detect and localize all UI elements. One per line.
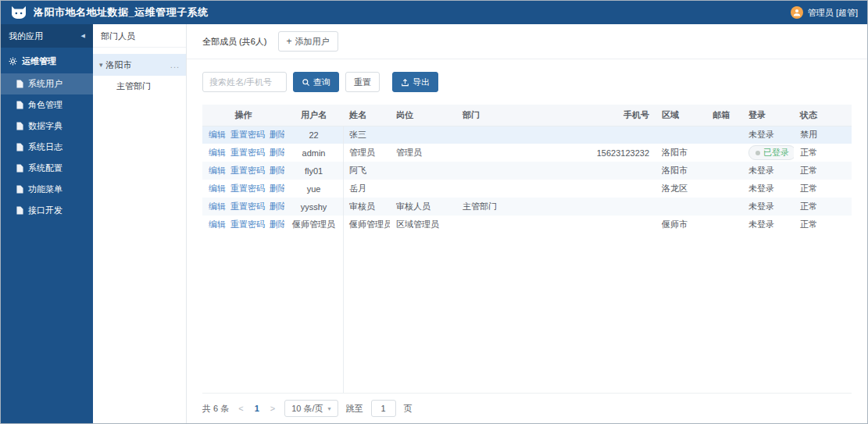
delete-action-link[interactable]: 删除 [270, 166, 284, 175]
department-cell [456, 144, 577, 162]
username-cell: yue [284, 180, 343, 198]
search-input[interactable] [202, 72, 287, 92]
row-actions-cell: 编辑重置密码删除 [202, 198, 284, 216]
reset-password-action-link[interactable]: 重置密码 [230, 183, 265, 193]
document-icon [16, 101, 23, 109]
row-actions-cell: 编辑重置密码删除 [202, 126, 284, 144]
sidebar-menu: 系统用户角色管理数据字典系统日志系统配置功能菜单接口开发 [1, 73, 93, 221]
reset-password-action-link[interactable]: 重置密码 [230, 201, 265, 211]
sidebar-section-ops-management[interactable]: 运维管理 [1, 48, 93, 73]
delete-action-link[interactable]: 删除 [270, 201, 284, 211]
email-cell [706, 216, 742, 233]
edit-action-link[interactable]: 编辑 [209, 183, 226, 193]
page-title: 洛阳市地名地址数据_运维管理子系统 [34, 5, 209, 20]
username-cell: 偃师管理员 [284, 216, 343, 233]
logged-in-badge: 已登录 [748, 145, 794, 160]
app-window: 洛阳市地名地址数据_运维管理子系统 管理员 [超管] 我的应用 ◀ [0, 0, 868, 424]
page-size-value: 10 条/页 [291, 403, 323, 415]
document-icon [16, 206, 23, 215]
next-page-button[interactable]: > [269, 404, 277, 413]
row-actions-cell: 编辑重置密码删除 [202, 144, 284, 162]
email-cell [706, 162, 742, 180]
jump-to-label: 跳至 [346, 403, 363, 415]
tree-node-label: 洛阳市 [106, 59, 132, 71]
sidebar-item-function-menu[interactable]: 功能菜单 [1, 179, 93, 200]
sidebar-section-label: 运维管理 [22, 55, 56, 67]
name-cell: 管理员 [343, 144, 390, 162]
user-name-label: 管理员 [超管] [808, 7, 858, 19]
position-cell [390, 162, 456, 180]
total-count-label: 共 6 条 [202, 403, 229, 415]
page-size-select[interactable]: 10 条/页 ▾ [284, 400, 338, 417]
phone-cell [577, 198, 655, 216]
reset-password-action-link[interactable]: 重置密码 [230, 219, 265, 229]
query-button[interactable]: 查询 [293, 72, 339, 92]
column-header: 部门 [456, 105, 577, 126]
region-cell [655, 198, 706, 216]
region-cell [655, 126, 706, 144]
export-button[interactable]: 导出 [392, 72, 438, 92]
status-dot-icon [755, 151, 760, 155]
reset-button-label: 重置 [354, 77, 371, 88]
add-user-button[interactable]: + 添加用户 [278, 31, 338, 52]
delete-action-link[interactable]: 删除 [270, 130, 284, 139]
delete-action-link[interactable]: 删除 [270, 183, 284, 193]
sidebar-item-data-dictionary[interactable]: 数据字典 [1, 116, 93, 137]
email-cell [706, 144, 742, 162]
phone-cell: 15623123232 [577, 144, 655, 162]
edit-action-link[interactable]: 编辑 [209, 130, 226, 139]
email-cell [706, 126, 742, 144]
chevron-down-icon: ▾ [328, 405, 331, 412]
sidebar-item-label: 系统配置 [28, 162, 63, 174]
delete-action-link[interactable]: 删除 [270, 219, 284, 229]
reset-button[interactable]: 重置 [345, 72, 380, 92]
current-page-number[interactable]: 1 [253, 404, 261, 413]
name-cell: 偃师管理员 [343, 216, 390, 233]
table-row: 编辑重置密码删除admin管理员管理员15623123232洛阳市已登录正常 [202, 144, 852, 162]
edit-action-link[interactable]: 编辑 [209, 201, 226, 211]
login-cell: 未登录 [742, 162, 794, 180]
tree-node-luoyang[interactable]: ▾ 洛阳市 ... [93, 54, 186, 76]
sidebar-item-label: 角色管理 [28, 99, 63, 111]
reset-password-action-link[interactable]: 重置密码 [230, 130, 265, 139]
caret-down-icon[interactable]: ▾ [99, 61, 103, 69]
edit-action-link[interactable]: 编辑 [209, 219, 226, 229]
sidebar-item-label: 接口开发 [28, 205, 63, 216]
edit-action-link[interactable]: 编辑 [209, 148, 226, 157]
search-toolbar: 查询 重置 导出 [202, 72, 852, 92]
position-cell: 区域管理员 [390, 216, 456, 233]
column-header: 岗位 [390, 105, 456, 126]
position-cell: 审核人员 [390, 198, 456, 216]
department-cell [456, 126, 577, 144]
email-cell [706, 198, 742, 216]
reset-password-action-link[interactable]: 重置密码 [230, 166, 265, 175]
prev-page-button[interactable]: < [237, 404, 245, 413]
delete-action-link[interactable]: 删除 [270, 148, 284, 157]
node-more-button[interactable]: ... [170, 60, 180, 69]
jump-page-input[interactable] [371, 400, 396, 417]
edit-action-link[interactable]: 编辑 [209, 166, 226, 175]
department-cell [456, 162, 577, 180]
name-cell: 审核员 [343, 198, 390, 216]
my-apps-toggle[interactable]: 我的应用 ◀ [1, 24, 93, 48]
collapse-left-icon[interactable]: ◀ [81, 33, 85, 39]
phone-cell [577, 216, 655, 233]
status-cell: 禁用 [794, 126, 852, 144]
sidebar-item-system-logs[interactable]: 系统日志 [1, 137, 93, 158]
column-header: 区域 [655, 105, 706, 126]
name-cell: 岳月 [343, 180, 390, 198]
fixed-column-divider [343, 126, 344, 393]
user-info[interactable]: 管理员 [超管] [791, 6, 858, 19]
sidebar-item-role-management[interactable]: 角色管理 [1, 94, 93, 116]
department-cell [456, 180, 577, 198]
pagination: 共 6 条 < 1 > 10 条/页 ▾ 跳至 页 [187, 394, 867, 423]
tree-node-label: 主管部门 [116, 81, 151, 91]
reset-password-action-link[interactable]: 重置密码 [230, 148, 265, 157]
tree-node-supervisor-dept[interactable]: 主管部门 [93, 76, 186, 96]
sidebar-item-system-config[interactable]: 系统配置 [1, 158, 93, 179]
sidebar-item-system-users[interactable]: 系统用户 [1, 73, 93, 94]
row-actions-cell: 编辑重置密码删除 [202, 180, 284, 198]
sidebar-item-api-development[interactable]: 接口开发 [1, 200, 93, 221]
brand: 洛阳市地名地址数据_运维管理子系统 [10, 5, 209, 20]
table-row: 编辑重置密码删除fly01阿飞洛阳市未登录正常 [202, 162, 852, 180]
